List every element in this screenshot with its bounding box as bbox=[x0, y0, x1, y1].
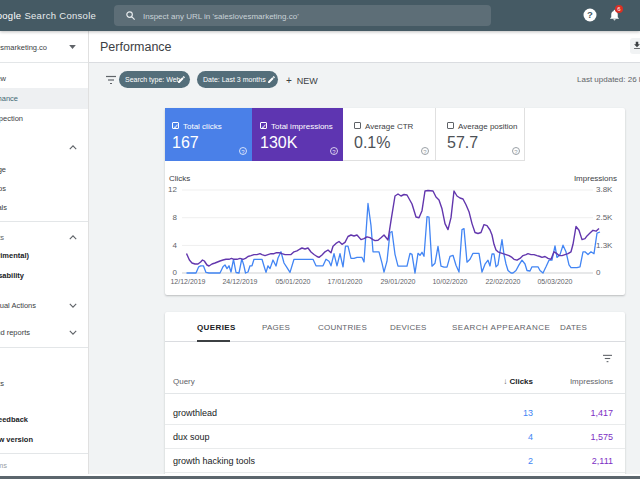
svg-text:?: ? bbox=[587, 9, 593, 20]
